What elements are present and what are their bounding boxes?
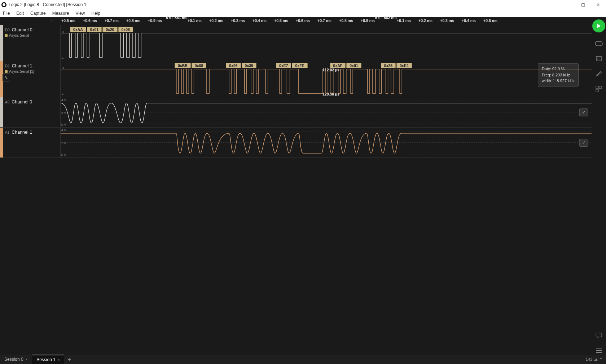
svg-rect-9 (599, 86, 602, 89)
channel-label-a0[interactable]: A0 Channel 0 (3, 97, 61, 127)
session-tab-0[interactable]: Session 0× (0, 355, 32, 364)
timeline-tick: +0.9 ms (361, 18, 375, 23)
side-toolbar: 1F (592, 17, 606, 355)
svg-rect-6 (595, 41, 602, 46)
timeline-nav-left-icon[interactable]: ‹ (51, 18, 53, 22)
channel-row-a1: A1 Channel 1 4 V 2 V 0 V ⤢ (0, 128, 592, 158)
window-close-button[interactable]: ✕ (595, 2, 601, 7)
timeline-tick: +0.7 ms (317, 18, 331, 23)
timeline-tick: +0.4 ms (252, 18, 267, 23)
session-tab-1[interactable]: Session 1× (32, 355, 64, 364)
menu-bar: File Edit Capture Measure View Help (0, 9, 606, 17)
menu-file[interactable]: File (3, 11, 10, 16)
analyzers-panel-icon[interactable]: 1F (594, 55, 603, 63)
trigger-badge-icon[interactable]: ↯ (2, 74, 10, 81)
channel-wave-a1[interactable]: 4 V 2 V 0 V ⤢ (61, 128, 592, 157)
chevron-up-icon: ⌃ (599, 357, 602, 362)
timeline-major-tick: 5 s : 862 ms (375, 15, 397, 20)
menu-help[interactable]: Help (91, 11, 100, 16)
timeline-ruler[interactable]: ‹ 5 s : 861 ms5 s : 862 ms+0.5 ms+0.6 ms… (0, 17, 592, 25)
timeline-tick: +0.5 ms (61, 18, 75, 23)
timeline-tick: +0.2 ms (209, 18, 223, 23)
extensions-panel-icon[interactable] (594, 85, 603, 93)
window-minimize-button[interactable]: — (565, 2, 571, 7)
svg-rect-11 (596, 333, 602, 337)
menu-capture[interactable]: Capture (30, 11, 46, 16)
channel-label-a1[interactable]: A1 Channel 1 (3, 128, 61, 157)
timeline-tick: +0.1 ms (188, 18, 202, 23)
svg-rect-10 (596, 89, 598, 92)
status-scale[interactable]: 143 µs⌃ (586, 357, 606, 362)
close-tab-icon[interactable]: × (26, 357, 28, 361)
waveform-area[interactable]: D0 Channel 0 Async Serial H L 0xAA0x010x… (0, 25, 592, 355)
analyzer-dot-icon (5, 34, 8, 37)
menu-edit[interactable]: Edit (16, 11, 24, 16)
channel-row-a0: A0 Channel 0 4 V 2 V 0 V ⤢ (0, 97, 592, 128)
device-settings-icon[interactable] (594, 40, 603, 48)
timeline-tick: +0.3 ms (440, 18, 454, 23)
menu-view[interactable]: View (75, 11, 85, 16)
channel-label-d1[interactable]: D1 Channel 1 Async Serial [1] ↯ (3, 61, 61, 97)
timeline-tick: +0.5 ms (274, 18, 288, 23)
channel-row-d0: D0 Channel 0 Async Serial H L 0xAA0x010x… (0, 25, 592, 61)
measure-panel-icon[interactable] (594, 70, 603, 78)
window-titlebar: Logic 2 [Logic 8 - Connected] [Session 1… (0, 0, 606, 9)
svg-rect-8 (596, 86, 598, 89)
timeline-tick: +0.3 ms (231, 18, 245, 23)
channel-color-a0 (0, 97, 3, 127)
session-tabbar: Session 0× Session 1× + 143 µs⌃ (0, 355, 606, 364)
svg-text:1F: 1F (597, 57, 600, 61)
menu-measure[interactable]: Measure (52, 11, 69, 16)
channel-color-a1 (0, 128, 3, 157)
timeline-tick: +0.8 ms (339, 18, 353, 23)
window-maximize-button[interactable]: ▢ (580, 2, 586, 7)
channel-wave-a0[interactable]: 4 V 2 V 0 V ⤢ (61, 97, 592, 127)
timeline-tick: +0.4 ms (462, 18, 476, 23)
channel-row-d1: D1 Channel 1 Async Serial [1] ↯ H L 0xBB… (0, 61, 592, 97)
app-logo-icon (1, 2, 6, 7)
window-title: Logic 2 [Logic 8 - Connected] [Session 1… (9, 2, 88, 7)
timeline-tick: +0.5 ms (483, 18, 497, 23)
add-session-button[interactable]: + (64, 356, 74, 362)
timeline-tick: +0.8 ms (126, 18, 140, 23)
close-tab-icon[interactable]: × (58, 358, 60, 362)
timeline-tick: +0.7 ms (105, 18, 119, 23)
timeline-tick: +0.2 ms (418, 18, 432, 23)
settings-menu-icon[interactable] (594, 347, 603, 355)
timeline-major-tick: 5 s : 861 ms (166, 15, 188, 20)
timeline-tick: +0.6 ms (83, 18, 97, 23)
feedback-icon[interactable] (594, 332, 603, 339)
timeline-tick: +0.9 ms (148, 18, 162, 23)
timeline-tick: +0.1 ms (397, 18, 411, 23)
channel-wave-d0[interactable]: H L 0xAA0x010x200x08 (61, 25, 592, 61)
channel-wave-d1[interactable]: H L 0xBB0x080x960x390xE70xFE0xAF0x010x25… (61, 61, 592, 97)
channel-color-d0 (0, 25, 3, 61)
timeline-tick: +0.6 ms (296, 18, 310, 23)
channel-label-d0[interactable]: D0 Channel 0 Async Serial (3, 25, 61, 61)
analyzer-dot-icon (5, 70, 8, 73)
start-capture-button[interactable] (592, 19, 605, 32)
